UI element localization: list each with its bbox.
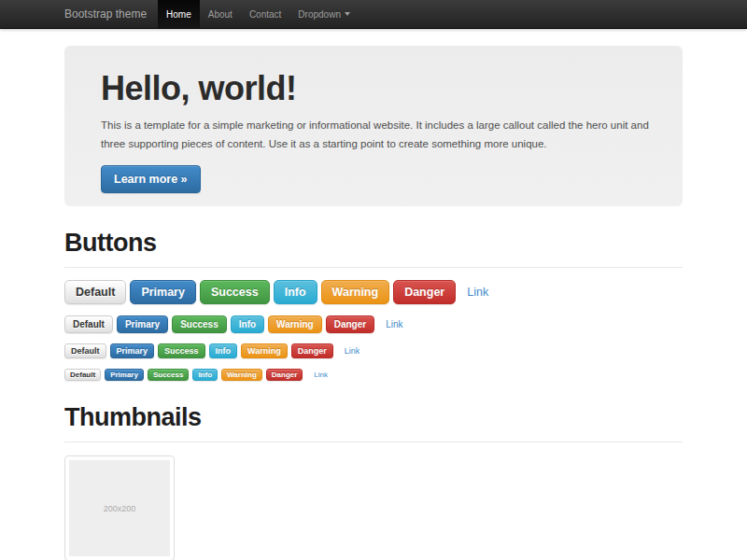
hero-unit: Hello, world! This is a template for a s… — [64, 46, 683, 206]
warning-button-xs[interactable]: Warning — [221, 369, 262, 381]
button-row-large: Default Primary Success Info Warning Dan… — [64, 280, 683, 304]
danger-button-medium[interactable]: Danger — [326, 315, 374, 333]
hero-title: Hello, world! — [101, 70, 664, 107]
warning-button-large[interactable]: Warning — [321, 280, 390, 304]
warning-button-medium[interactable]: Warning — [268, 315, 322, 333]
success-button-small[interactable]: Success — [158, 343, 205, 358]
nav-item-about[interactable]: About — [200, 0, 241, 28]
success-button-medium[interactable]: Success — [172, 315, 227, 333]
info-button-small[interactable]: Info — [209, 343, 238, 358]
button-row-small: Default Primary Success Info Warning Dan… — [64, 343, 683, 358]
link-button-xs[interactable]: Link — [314, 371, 328, 379]
info-button-medium[interactable]: Info — [231, 315, 264, 333]
nav-item-home[interactable]: Home — [158, 0, 200, 28]
info-button-xs[interactable]: Info — [192, 369, 218, 381]
link-button-medium[interactable]: Link — [386, 319, 402, 329]
navbar-menu: Home About Contact Dropdown — [158, 0, 359, 28]
link-button-small[interactable]: Link — [345, 346, 360, 356]
brand-link[interactable]: Bootstrap theme — [64, 0, 158, 28]
button-row-default: Default Primary Success Info Warning Dan… — [64, 315, 683, 333]
warning-button-small[interactable]: Warning — [241, 343, 288, 358]
default-button-small[interactable]: Default — [64, 343, 106, 358]
success-button-large[interactable]: Success — [200, 280, 270, 304]
thumbnail-placeholder-label: 200x200 — [104, 504, 136, 513]
primary-button-xs[interactable]: Primary — [105, 369, 144, 381]
default-button-xs[interactable]: Default — [64, 369, 101, 381]
thumbnail-item[interactable]: 200x200 — [64, 455, 175, 560]
danger-button-xs[interactable]: Danger — [266, 369, 303, 381]
primary-button-small[interactable]: Primary — [110, 343, 155, 358]
primary-button-large[interactable]: Primary — [130, 280, 196, 304]
nav-item-dropdown[interactable]: Dropdown — [289, 0, 359, 28]
link-button-large[interactable]: Link — [467, 286, 488, 299]
button-row-extra-small: Default Primary Success Info Warning Dan… — [64, 369, 683, 381]
thumbnails-section-heading: Thumbnails — [64, 404, 683, 442]
nav-item-about-label: About — [208, 9, 233, 20]
thumbnail-placeholder-image: 200x200 — [69, 460, 170, 556]
navbar: Bootstrap theme Home About Contact Dropd… — [0, 0, 747, 29]
nav-item-contact[interactable]: Contact — [241, 0, 289, 28]
default-button-medium[interactable]: Default — [64, 315, 113, 333]
info-button-large[interactable]: Info — [274, 280, 317, 304]
primary-button-medium[interactable]: Primary — [117, 315, 168, 333]
buttons-section-heading: Buttons — [64, 230, 683, 268]
nav-item-dropdown-label: Dropdown — [298, 9, 341, 20]
danger-button-small[interactable]: Danger — [291, 343, 333, 358]
default-button-large[interactable]: Default — [64, 280, 126, 304]
success-button-xs[interactable]: Success — [148, 369, 189, 381]
nav-item-home-label: Home — [166, 9, 191, 20]
nav-item-contact-label: Contact — [249, 9, 281, 20]
danger-button-large[interactable]: Danger — [393, 280, 456, 304]
caret-down-icon — [345, 12, 350, 16]
hero-description: This is a template for a simple marketin… — [101, 116, 657, 153]
learn-more-button[interactable]: Learn more » — [101, 165, 201, 193]
